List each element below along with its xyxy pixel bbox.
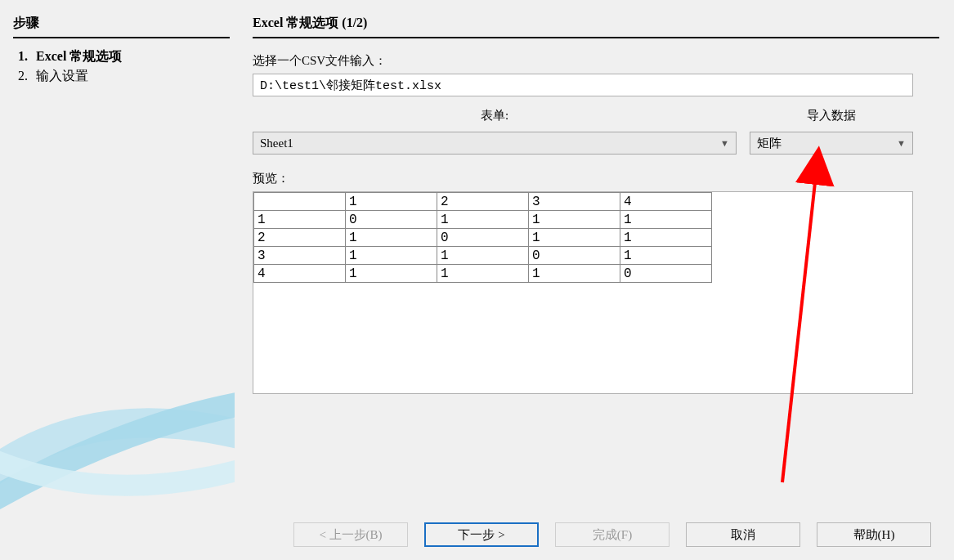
table-cell: 1 <box>620 229 712 247</box>
decorative-swoosh <box>0 346 235 509</box>
table-cell: 1 <box>529 211 620 229</box>
table-cell: 2 <box>254 229 346 247</box>
preview-table: 1 2 3 4 1 0 1 1 1 2 1 0 <box>253 192 712 283</box>
steps-list: 1. Excel 常规选项 2. 输入设置 <box>13 47 226 86</box>
table-cell: 1 <box>346 193 437 211</box>
steps-sidebar: 步骤 1. Excel 常规选项 2. 输入设置 <box>0 0 235 509</box>
table-cell: 1 <box>346 265 437 283</box>
table-cell <box>254 193 346 211</box>
table-cell: 4 <box>254 265 346 283</box>
table-cell: 0 <box>437 229 529 247</box>
table-cell: 0 <box>620 265 712 283</box>
step-number: 1. <box>13 47 28 66</box>
table-cell: 1 <box>620 247 712 265</box>
step-item-1[interactable]: 1. Excel 常规选项 <box>13 47 226 66</box>
table-cell: 2 <box>437 193 529 211</box>
table-row: 3 1 1 0 1 <box>254 247 712 265</box>
import-as-select[interactable]: 矩阵 ▼ <box>750 132 913 155</box>
file-input-label: 选择一个CSV文件输入： <box>253 53 939 69</box>
sheet-select-label: 表单: <box>253 108 737 123</box>
table-cell: 1 <box>346 229 437 247</box>
sheet-select-value: Sheet1 <box>260 137 293 150</box>
table-row: 1 2 3 4 <box>254 193 712 211</box>
table-cell: 3 <box>254 247 346 265</box>
steps-heading: 步骤 <box>13 15 230 38</box>
cancel-button[interactable]: 取消 <box>686 522 800 547</box>
chevron-down-icon: ▼ <box>720 138 729 148</box>
step-label: 输入设置 <box>36 66 88 86</box>
sheet-select[interactable]: Sheet1 ▼ <box>253 132 737 155</box>
table-row: 4 1 1 1 0 <box>254 265 712 283</box>
file-path-input[interactable]: D:\test1\邻接矩阵test.xlsx <box>253 74 913 96</box>
table-cell: 1 <box>346 247 437 265</box>
finish-button: 完成(F) <box>555 522 670 547</box>
help-button[interactable]: 帮助(H) <box>817 522 931 547</box>
table-cell: 0 <box>529 247 620 265</box>
preview-label: 预览： <box>253 171 939 186</box>
next-button[interactable]: 下一步 > <box>424 522 539 547</box>
main-panel: Excel 常规选项 (1/2) 选择一个CSV文件输入： D:\test1\邻… <box>235 0 954 509</box>
step-item-2[interactable]: 2. 输入设置 <box>13 66 226 86</box>
table-cell: 0 <box>346 211 437 229</box>
table-cell: 1 <box>620 211 712 229</box>
table-cell: 1 <box>437 211 529 229</box>
table-cell: 1 <box>437 265 529 283</box>
wizard-buttons: < 上一步(B) 下一步 > 完成(F) 取消 帮助(H) <box>0 509 954 560</box>
table-cell: 1 <box>529 265 620 283</box>
preview-box[interactable]: 1 2 3 4 1 0 1 1 1 2 1 0 <box>253 191 913 394</box>
table-cell: 1 <box>529 229 620 247</box>
table-row: 1 0 1 1 1 <box>254 211 712 229</box>
table-cell: 1 <box>254 211 346 229</box>
import-select-value: 矩阵 <box>757 136 782 151</box>
page-title: Excel 常规选项 (1/2) <box>253 15 939 38</box>
back-button: < 上一步(B) <box>293 522 408 547</box>
table-cell: 4 <box>620 193 712 211</box>
table-row: 2 1 0 1 1 <box>254 229 712 247</box>
step-number: 2. <box>13 66 28 86</box>
import-select-label: 导入数据 <box>750 108 913 123</box>
step-label: Excel 常规选项 <box>36 47 122 66</box>
chevron-down-icon: ▼ <box>897 138 906 148</box>
table-cell: 3 <box>529 193 620 211</box>
table-cell: 1 <box>437 247 529 265</box>
